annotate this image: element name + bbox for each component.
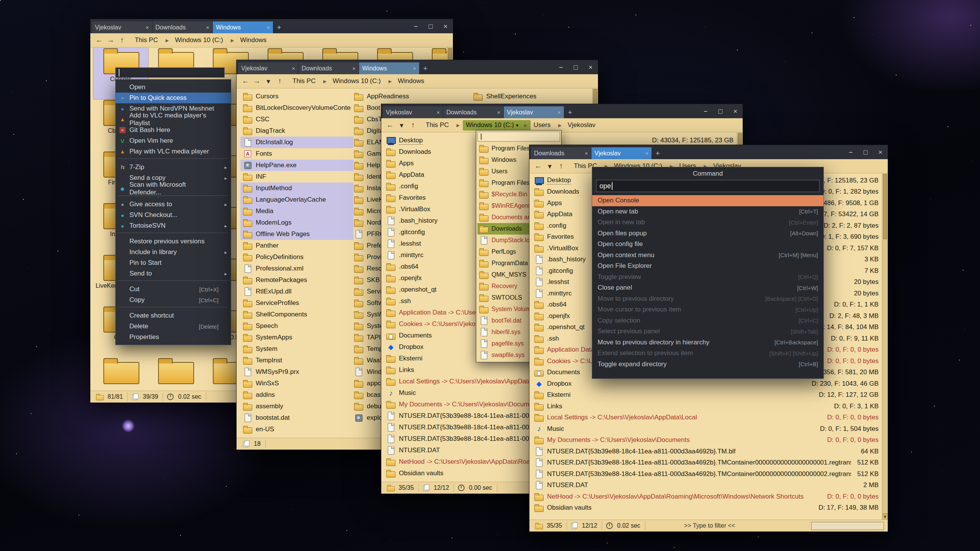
tab-close-icon[interactable]: ×: [292, 65, 295, 72]
command-item[interactable]: Toggle preview [Ctrl+Q]: [592, 272, 823, 283]
breadcrumb-item[interactable]: This PC: [132, 35, 172, 46]
new-tab-button[interactable]: +: [652, 147, 663, 159]
file-row[interactable]: Dropbox D: 230, F: 1043, 46 GB: [532, 378, 880, 390]
context-menu-item[interactable]: [116, 280, 231, 284]
file-row[interactable]: Professional.xml: [240, 263, 353, 274]
context-menu-item[interactable]: Open Vim here: [116, 135, 231, 146]
new-tab-button[interactable]: +: [564, 106, 576, 118]
tab[interactable]: Downloads ×: [299, 62, 359, 74]
file-row[interactable]: NTUSER.DAT 2 MB: [532, 480, 880, 491]
tab[interactable]: Vjekoslav ×: [591, 147, 652, 159]
chevron-down-icon[interactable]: ▾: [545, 162, 555, 171]
file-row[interactable]: System: [240, 343, 353, 355]
file-row[interactable]: Fonts: [240, 148, 353, 160]
tab[interactable]: Windows ×: [213, 21, 273, 33]
file-row[interactable]: INF: [240, 171, 353, 183]
command-item[interactable]: Close panel [Ctrl+W]: [592, 282, 823, 293]
context-menu-item[interactable]: Create shortcut: [116, 310, 231, 321]
file-row[interactable]: ShellComponents: [240, 309, 353, 320]
file-row[interactable]: Speech: [240, 320, 353, 332]
file-row[interactable]: NetHood -> C:\Users\Vjekoslav\AppData\Ro…: [532, 491, 880, 502]
tab-close-icon[interactable]: ×: [206, 24, 209, 31]
tab-close-icon[interactable]: ×: [266, 24, 270, 31]
close-button[interactable]: ×: [588, 64, 593, 71]
chevron-down-icon[interactable]: ▾: [397, 121, 407, 130]
breadcrumb-item[interactable]: This PC: [289, 76, 330, 86]
context-menu-item[interactable]: Send to ▸: [116, 268, 231, 279]
breadcrumb-item[interactable]: Windows: [395, 76, 429, 86]
new-tab-button[interactable]: +: [420, 62, 431, 74]
file-row[interactable]: PolicyDefinitions: [240, 251, 353, 263]
file-row[interactable]: WMSysPr9.prx: [240, 366, 353, 378]
file-row[interactable]: Cursors: [240, 91, 353, 102]
file-row[interactable]: Links D: 0, F: 3, 1 KB: [532, 401, 880, 412]
file-row[interactable]: Eksterni D: 12, F: 127, 12 GB: [532, 390, 880, 401]
back-icon[interactable]: ←: [533, 162, 543, 170]
close-button[interactable]: ×: [733, 108, 737, 115]
file-row[interactable]: WinSxS: [240, 378, 353, 389]
command-item[interactable]: Copy selection [Ctrl+C]: [592, 315, 823, 326]
context-menu-item[interactable]: [116, 233, 231, 236]
file-row[interactable]: TempInst: [240, 355, 353, 366]
breadcrumb-item[interactable]: Windows 10 (C:): [330, 76, 395, 86]
file-row[interactable]: CSC: [240, 114, 353, 125]
maximize-button[interactable]: □: [574, 64, 578, 71]
command-item[interactable]: Open context menu [Ctrl+M] [Menu]: [592, 250, 823, 261]
scrollbar-thumb[interactable]: [883, 174, 887, 239]
command-item[interactable]: Open in new tab [Ctrl+Enter]: [592, 217, 823, 228]
chevron-down-icon[interactable]: ▾: [263, 77, 273, 86]
file-row[interactable]: ModemLogs: [240, 217, 353, 228]
command-item[interactable]: Move cursor to previous item [Ctrl+Up]: [592, 304, 823, 315]
context-menu-item[interactable]: Properties: [116, 332, 231, 342]
tab-close-icon[interactable]: ×: [497, 109, 500, 116]
context-menu-item[interactable]: Give access to ▸: [116, 199, 231, 210]
command-item[interactable]: Move to previous directory in hierarchy …: [592, 337, 823, 348]
up-icon[interactable]: ↑: [556, 162, 566, 170]
up-icon[interactable]: ↑: [275, 77, 285, 85]
tab[interactable]: Vjekoslav ×: [92, 21, 152, 33]
titlebar[interactable]: Vjekoslav × Downloads × Windows × + − □ …: [90, 19, 453, 33]
breadcrumb-item[interactable]: Windows 10 (C:): [172, 35, 237, 46]
context-menu-item[interactable]: Scan with Microsoft Defender...: [116, 183, 231, 194]
command-item[interactable]: Open File Explorer: [592, 261, 823, 272]
up-icon[interactable]: ↑: [408, 121, 418, 129]
file-row[interactable]: RemotePackages: [240, 274, 353, 286]
file-row[interactable]: Offline Web Pages: [240, 228, 353, 240]
context-menu-item[interactable]: Copy [Ctrl+C]: [116, 295, 231, 305]
tab-close-icon[interactable]: ×: [436, 109, 440, 116]
maximize-button[interactable]: □: [719, 108, 723, 115]
grid-item[interactable]: [148, 357, 203, 391]
vertical-scrollbar[interactable]: ▼: [882, 173, 888, 520]
breadcrumb-item[interactable]: Vjekoslav: [565, 120, 601, 130]
context-menu-item[interactable]: Pin to Quick access: [116, 93, 231, 103]
file-row[interactable]: Panther: [240, 240, 353, 251]
file-row[interactable]: Media: [240, 205, 353, 217]
breadcrumb-item[interactable]: This PC: [423, 120, 463, 130]
file-row[interactable]: bootstat.dat: [240, 412, 353, 424]
command-item[interactable]: Extend selection to previous item [Shift…: [592, 348, 823, 359]
command-item[interactable]: Move to previous directory [Backspace] […: [592, 293, 823, 305]
tab-close-icon[interactable]: ×: [585, 150, 588, 156]
file-row[interactable]: DtcInstall.log: [240, 137, 353, 148]
command-palette-input[interactable]: ope: [596, 180, 820, 192]
tab[interactable]: Downloads ×: [443, 106, 504, 118]
file-row[interactable]: HelpPane.exe: [240, 160, 353, 171]
breadcrumb-item[interactable]: Users: [531, 120, 565, 130]
file-row[interactable]: DiagTrack: [240, 125, 353, 137]
context-menu-item[interactable]: [116, 307, 231, 310]
tab-close-icon[interactable]: ×: [413, 65, 416, 72]
file-row[interactable]: Obsidian vaults D: 17, F: 149, 38 MB: [532, 502, 880, 514]
status-filter-field[interactable]: [811, 522, 884, 530]
inline-rename-input[interactable]: [115, 67, 225, 78]
tab[interactable]: Vjekoslav ×: [383, 106, 443, 118]
dropdown-filter-input[interactable]: [477, 132, 560, 142]
file-row[interactable]: BitLockerDiscoveryVolumeContents: [240, 102, 353, 114]
file-row[interactable]: ServiceProfiles: [240, 297, 353, 309]
context-menu-item[interactable]: TortoiseSVN ▸: [116, 220, 231, 231]
command-item[interactable]: Toggle expand directory [Ctrl+B]: [592, 359, 823, 370]
breadcrumb-item[interactable]: Windows: [237, 35, 271, 45]
file-row[interactable]: SystemApps: [240, 332, 353, 343]
context-menu-item[interactable]: Include in library ▸: [116, 247, 231, 258]
back-icon[interactable]: ←: [240, 77, 250, 85]
tab-close-icon[interactable]: ×: [145, 24, 149, 31]
